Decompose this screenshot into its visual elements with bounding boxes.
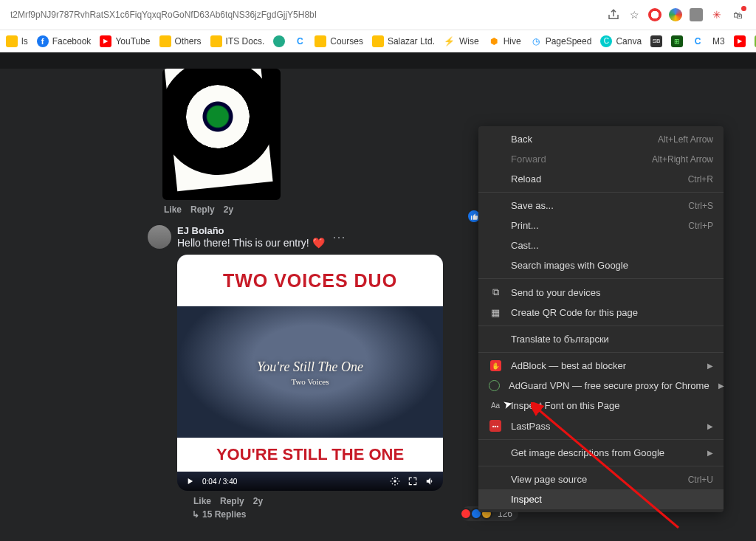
adguard-icon [489, 380, 500, 391]
bookmark-item[interactable]: ◷PageSpeed [530, 35, 592, 47]
time-text: 2y [224, 204, 233, 215]
wise-icon: ⚡ [444, 35, 456, 47]
ctx-qr[interactable]: ▦Create QR Code for this page [478, 303, 724, 323]
reply-link[interactable]: Reply [190, 204, 215, 215]
bookmark-item[interactable]: fFacebook [37, 35, 92, 47]
bookmark-item[interactable]: C [692, 35, 704, 47]
ctx-cast[interactable]: Cast... [478, 235, 724, 255]
bookmark-item[interactable]: Courses [315, 35, 363, 47]
settings-icon[interactable] [390, 476, 400, 486]
folder-icon [6, 35, 18, 47]
ctx-print[interactable]: Print...Ctrl+P [478, 216, 724, 235]
ctx-view-source[interactable]: View page sourceCtrl+U [478, 469, 724, 489]
ext-opera-icon[interactable] [648, 8, 662, 21]
reply-link[interactable]: Reply [220, 496, 244, 506]
heart-icon: ❤️ [312, 237, 325, 249]
video-frame: You're Still The One Two Voices [177, 306, 443, 439]
bookmark-item[interactable]: ▶ [734, 35, 746, 47]
devices-icon: ⧉ [489, 286, 502, 298]
font-icon: Aa [489, 402, 502, 410]
bookmark-item[interactable]: Salazar Ltd. [372, 35, 435, 47]
mandala-artwork [183, 82, 253, 152]
ext-grey-icon[interactable] [690, 8, 703, 21]
ctx-adguard[interactable]: AdGuard VPN — free secure proxy for Chro… [478, 376, 724, 396]
ext-color-icon[interactable] [669, 8, 682, 21]
folder-icon [159, 35, 171, 47]
lastpass-icon: ••• [489, 420, 502, 432]
bookmark-star-icon[interactable]: ☆ [628, 8, 641, 21]
more-icon[interactable]: ⋯ [332, 229, 346, 245]
ctx-translate[interactable]: Translate to български [478, 329, 724, 349]
ctx-image-desc[interactable]: Get image descriptions from Google▶ [478, 443, 724, 463]
ctx-reload[interactable]: ReloadCtrl+R [478, 169, 724, 189]
like-link[interactable]: Like [164, 204, 182, 215]
facebook-icon: f [37, 35, 49, 47]
youtube-icon: ▶ [734, 35, 746, 47]
bookmark-item[interactable]: SB [650, 35, 662, 47]
ctx-inspect-font[interactable]: AaInspect Font on this Page [478, 396, 724, 416]
video-controls: 0:04 / 3:40 [177, 472, 443, 491]
toolbar-icons: ☆ ✳ 🛍 [601, 8, 750, 21]
video-time: 0:04 / 3:40 [202, 478, 237, 486]
folder-icon [210, 35, 222, 47]
qr-icon: ▦ [489, 307, 502, 318]
hive-icon: ⬢ [488, 35, 500, 47]
canva-icon: C [600, 35, 612, 47]
pagespeed-icon: ◷ [530, 35, 542, 47]
page-content: Like Reply 2y EJ Bolaño Hello there! Thi… [0, 52, 756, 541]
bookmark-item[interactable]: CCanva [600, 35, 642, 47]
address-bar: t2Mrf9pNJ9r787RvhRatSX1c6FiqYqxqRoGoNfD6… [0, 0, 756, 30]
bookmarks-bar: ls fFacebook ▶YouTube Others ITS Docs. C… [0, 30, 756, 52]
ctx-save-as[interactable]: Save as...Ctrl+S [478, 196, 724, 216]
ext-cart-icon[interactable]: 🛍 [731, 8, 744, 21]
blue-icon: C [294, 35, 306, 47]
comment-text: Hello there! This is our entry! ❤️ [177, 237, 325, 249]
svg-point-0 [394, 480, 396, 483]
avatar[interactable] [148, 225, 171, 249]
comment-video[interactable]: TWO VOICES DUO You're Still The One Two … [177, 255, 443, 491]
ctx-lastpass[interactable]: •••LastPass▶ [478, 416, 724, 436]
folder-icon [315, 35, 326, 47]
grid-icon: ⊞ [671, 35, 683, 47]
video-title-overlay: TWO VOICES DUO [177, 255, 443, 306]
bookmark-item[interactable]: ▶YouTube [100, 35, 150, 47]
play-icon[interactable] [185, 476, 195, 486]
ctx-back[interactable]: BackAlt+Left Arrow [478, 129, 724, 149]
bookmark-item[interactable]: ⚡Wise [444, 35, 479, 47]
reply-arrow-icon: ↳ [192, 509, 199, 520]
volume-icon[interactable] [425, 476, 436, 486]
url-text[interactable]: t2Mrf9pNJ9r787RvhRatSX1c6FiqYqxqRoGoNfD6… [6, 10, 601, 20]
ext-flower-icon[interactable]: ✳ [710, 8, 724, 21]
bookmark-item[interactable]: ⊞ [671, 35, 683, 47]
bookmark-item[interactable]: ls [6, 35, 28, 47]
bookmark-item[interactable]: M3 [712, 36, 725, 46]
like-link[interactable]: Like [193, 496, 211, 506]
bookmark-item[interactable]: ⬢Hive [488, 35, 521, 47]
sb-icon: SB [650, 35, 662, 47]
bookmark-item[interactable]: Others [159, 35, 202, 47]
folder-icon [372, 35, 384, 47]
bookmark-item[interactable]: ITS Docs. [210, 35, 265, 47]
ctx-forward[interactable]: ForwardAlt+Right Arrow [478, 149, 724, 169]
ctx-inspect[interactable]: Inspect [478, 489, 724, 509]
green-icon [273, 35, 285, 47]
commenter-name[interactable]: EJ Bolaño [177, 225, 325, 236]
ctx-send-devices[interactable]: ⧉Send to your devices [478, 282, 724, 303]
time-text: 2y [253, 496, 263, 506]
youtube-icon: ▶ [100, 35, 111, 47]
share-icon[interactable] [607, 8, 620, 21]
ctx-search-image[interactable]: Search images with Google [478, 255, 724, 275]
adblock-icon: ✋ [489, 360, 502, 371]
bookmark-item[interactable]: C [294, 35, 306, 47]
ctx-adblock[interactable]: ✋AdBlock — best ad blocker▶ [478, 356, 724, 376]
blue-icon: C [692, 35, 704, 47]
video-footer-overlay: YOU'RE STILL THE ONE [177, 438, 443, 472]
bookmark-item[interactable] [273, 35, 285, 47]
fullscreen-icon[interactable] [408, 476, 418, 486]
context-menu: BackAlt+Left Arrow ForwardAlt+Right Arro… [478, 126, 724, 512]
comment-image[interactable] [162, 69, 281, 200]
